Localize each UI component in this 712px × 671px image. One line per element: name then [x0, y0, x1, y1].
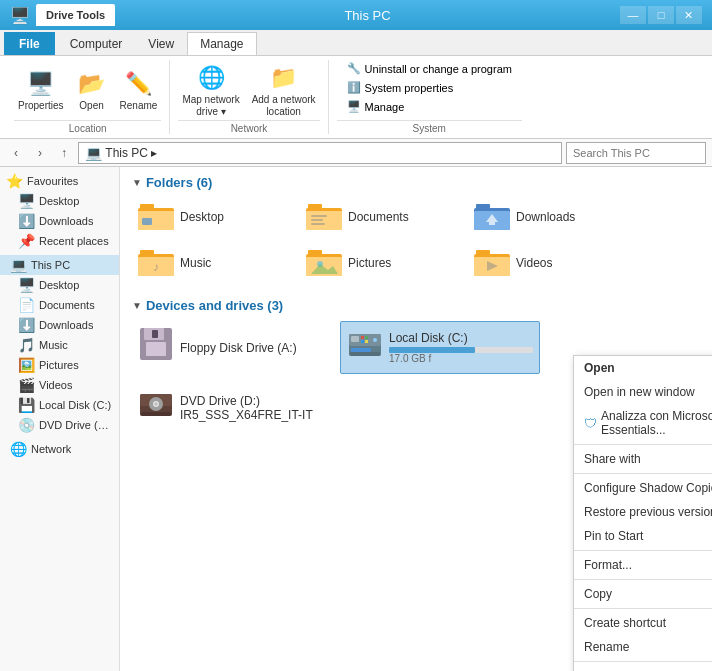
- sidebar-item-localc[interactable]: 💾 Local Disk (C:): [0, 395, 119, 415]
- sidebar-item-pictures[interactable]: 🖼️ Pictures: [0, 355, 119, 375]
- downloads-fav-label: Downloads: [39, 215, 93, 227]
- localc-label: Local Disk (C:): [39, 399, 111, 411]
- ctx-share-with[interactable]: Share with: [574, 447, 712, 471]
- ribbon-open-button[interactable]: 📂 Open: [72, 66, 112, 114]
- path-text: This PC ▸: [105, 146, 157, 160]
- tab-file[interactable]: File: [4, 32, 55, 55]
- ctx-sep2: [574, 473, 712, 474]
- ctx-rename[interactable]: Rename: [574, 635, 712, 659]
- ctx-sep4: [574, 579, 712, 580]
- folder-music[interactable]: ♪ Music: [132, 244, 292, 282]
- ctx-open-new-window[interactable]: Open in new window: [574, 380, 712, 404]
- desktop-label: Desktop: [39, 279, 79, 291]
- sidebar-item-downloads-fav[interactable]: ⬇️ Downloads: [0, 211, 119, 231]
- floppy-info: Floppy Disk Drive (A:): [180, 341, 326, 355]
- uninstall-label: Uninstall or change a program: [365, 63, 512, 75]
- svg-rect-9: [311, 223, 325, 225]
- ctx-open[interactable]: Open: [574, 356, 712, 380]
- sidebar-item-dvd[interactable]: 💿 DVD Drive (D:) IR5_S: [0, 415, 119, 435]
- localc-drive-icon: [347, 326, 383, 369]
- sidebar-item-videos[interactable]: 🎬 Videos: [0, 375, 119, 395]
- title-bar-left: 🖥️ Drive Tools: [10, 4, 115, 26]
- svg-rect-40: [361, 340, 364, 343]
- ribbon-uninstall-button[interactable]: 🔧 Uninstall or change a program: [343, 60, 516, 77]
- drive-floppy[interactable]: Floppy Disk Drive (A:): [132, 321, 332, 374]
- folder-documents[interactable]: Documents: [300, 198, 460, 236]
- sidebar-item-music[interactable]: 🎵 Music: [0, 335, 119, 355]
- svg-rect-35: [351, 348, 371, 352]
- sidebar-item-recent[interactable]: 📌 Recent places: [0, 231, 119, 251]
- tab-view[interactable]: View: [135, 32, 187, 55]
- folder-pictures[interactable]: Pictures: [300, 244, 460, 282]
- sidebar-item-network[interactable]: 🌐 Network: [0, 439, 119, 459]
- svg-rect-37: [351, 336, 359, 342]
- drive-dvd[interactable]: DVD Drive (D:) IR5_SSS_X64FRE_IT-IT: [132, 382, 332, 433]
- ribbon-group-location: 🖥️ Properties 📂 Open ✏️ Rename Location: [6, 60, 170, 134]
- svg-rect-6: [308, 204, 322, 211]
- folders-grid: Desktop Documents: [132, 198, 700, 282]
- maximize-button[interactable]: □: [648, 6, 674, 24]
- close-button[interactable]: ✕: [676, 6, 702, 24]
- svg-rect-21: [308, 250, 322, 257]
- active-tab-label[interactable]: Drive Tools: [36, 4, 115, 26]
- ctx-restore-versions[interactable]: Restore previous versions: [574, 500, 712, 524]
- address-path[interactable]: 💻 This PC ▸: [78, 142, 562, 164]
- ctx-sep6: [574, 661, 712, 662]
- sidebar-item-desktop-fav[interactable]: 🖥️ Desktop: [0, 191, 119, 211]
- ctx-copy[interactable]: Copy: [574, 582, 712, 606]
- sidebar-item-desktop[interactable]: 🖥️ Desktop: [0, 275, 119, 295]
- svg-rect-26: [476, 250, 490, 257]
- folder-downloads[interactable]: Downloads: [468, 198, 628, 236]
- window-controls: — □ ✕: [620, 6, 702, 24]
- sidebar-item-thispc[interactable]: 💻 This PC: [0, 255, 119, 275]
- svg-rect-30: [146, 342, 166, 356]
- ctx-create-shortcut[interactable]: Create shortcut: [574, 611, 712, 635]
- up-button[interactable]: ↑: [54, 143, 74, 163]
- svg-rect-31: [152, 330, 158, 338]
- search-input[interactable]: [566, 142, 706, 164]
- ribbon-content: 🖥️ Properties 📂 Open ✏️ Rename Location …: [0, 56, 712, 139]
- star-icon: ⭐: [6, 173, 23, 189]
- ctx-shadow-copies[interactable]: Configure Shadow Copies...: [574, 476, 712, 500]
- ribbon-manage-button[interactable]: 🖥️ Manage: [343, 98, 516, 115]
- back-button[interactable]: ‹: [6, 143, 26, 163]
- sidebar-item-documents[interactable]: 📄 Documents: [0, 295, 119, 315]
- sidebar-item-favourites[interactable]: ⭐ Favourites: [0, 171, 119, 191]
- title-bar: 🖥️ Drive Tools This PC — □ ✕: [0, 0, 712, 30]
- ctx-properties[interactable]: Properties: [574, 664, 712, 671]
- ctx-security-essentials[interactable]: 🛡 Analizza con Microsoft Security Essent…: [574, 404, 712, 442]
- folders-section-title: Folders (6): [146, 175, 212, 190]
- drive-localc[interactable]: Local Disk (C:) 17.0 GB f: [340, 321, 540, 374]
- localc-info: Local Disk (C:) 17.0 GB f: [389, 331, 533, 364]
- folder-pictures-label: Pictures: [348, 256, 391, 270]
- ribbon-add-network-button[interactable]: 📁 Add a networklocation: [248, 60, 320, 120]
- folder-music-label: Music: [180, 256, 211, 270]
- drives-section-title: Devices and drives (3): [146, 298, 283, 313]
- sidebar-item-downloads[interactable]: ⬇️ Downloads: [0, 315, 119, 335]
- desktop-icon: 🖥️: [18, 277, 35, 293]
- manage-label: Manage: [365, 101, 405, 113]
- ribbon-system-props-button[interactable]: ℹ️ System properties: [343, 79, 516, 96]
- tab-computer[interactable]: Computer: [57, 32, 136, 55]
- forward-button[interactable]: ›: [30, 143, 50, 163]
- folder-videos[interactable]: Videos: [468, 244, 628, 282]
- localc-drive-label: Local Disk (C:): [389, 331, 533, 345]
- ctx-sep3: [574, 550, 712, 551]
- minimize-button[interactable]: —: [620, 6, 646, 24]
- ctx-pin-start[interactable]: Pin to Start: [574, 524, 712, 548]
- localc-size: 17.0 GB f: [389, 353, 533, 364]
- sidebar-thispc-section: 💻 This PC 🖥️ Desktop 📄 Documents ⬇️ Down…: [0, 255, 119, 435]
- ribbon-properties-button[interactable]: 🖥️ Properties: [14, 66, 68, 114]
- ctx-format[interactable]: Format...: [574, 553, 712, 577]
- ribbon-rename-button[interactable]: ✏️ Rename: [116, 66, 162, 114]
- network-label: Network: [31, 443, 71, 455]
- add-network-icon: 📁: [268, 62, 300, 94]
- ribbon-map-drive-button[interactable]: 🌐 Map networkdrive ▾: [178, 60, 243, 120]
- tab-manage[interactable]: Manage: [187, 32, 256, 55]
- folder-documents-label: Documents: [348, 210, 409, 224]
- thispc-icon: 💻: [10, 257, 27, 273]
- thispc-label: This PC: [31, 259, 70, 271]
- recent-icon: 📌: [18, 233, 35, 249]
- folder-desktop[interactable]: Desktop: [132, 198, 292, 236]
- system-props-label: System properties: [365, 82, 454, 94]
